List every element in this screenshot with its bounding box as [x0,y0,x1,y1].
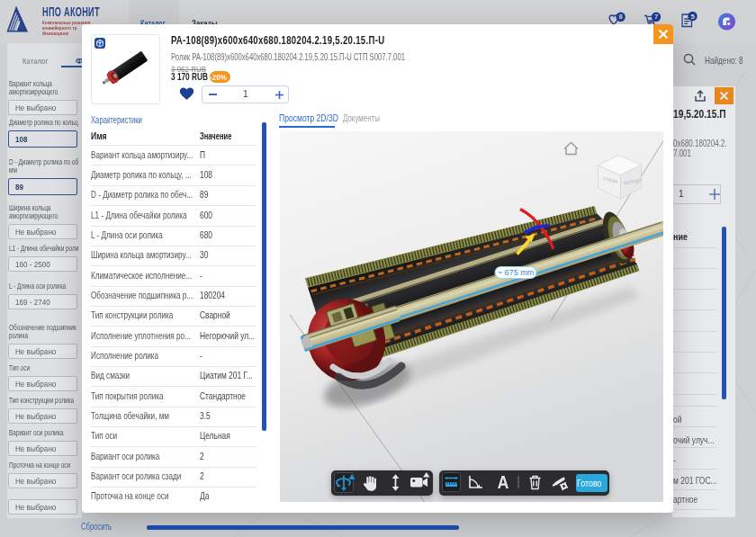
svg-text:5: 5 [690,13,694,21]
svg-text:7: 7 [654,13,658,21]
svg-text:~ 675 mm: ~ 675 mm [498,268,534,277]
svg-text:8: 8 [619,13,623,21]
